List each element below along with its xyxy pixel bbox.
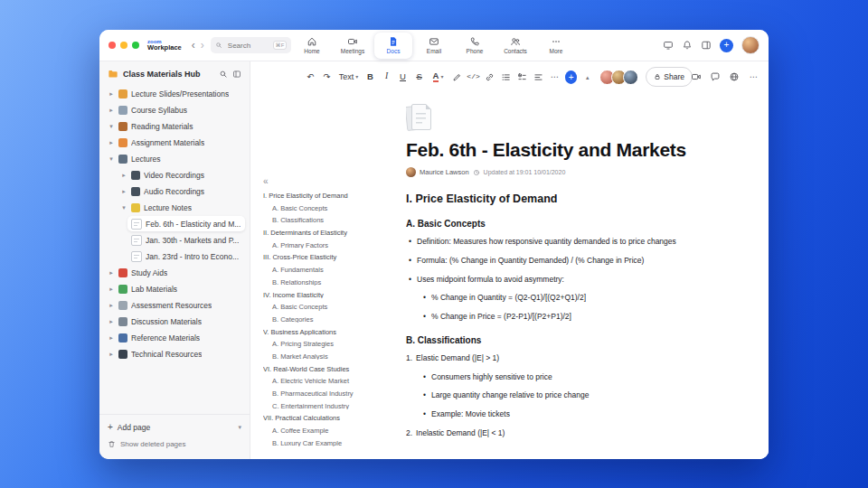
sidebar-item-reading-materials[interactable]: Reading Materials: [104, 118, 245, 134]
checklist-icon[interactable]: [516, 68, 528, 86]
highlighter-icon[interactable]: [451, 68, 463, 86]
bullet-item[interactable]: % Change in Quantity = (Q2-Q1)/[(Q2+Q1)/…: [420, 294, 768, 303]
global-search[interactable]: ⌘F: [211, 37, 292, 53]
chevron-down-icon[interactable]: [108, 123, 115, 130]
bullet-item[interactable]: Uses midpoint formula to avoid asymmetry…: [406, 276, 768, 285]
tab-more[interactable]: More: [537, 33, 575, 59]
maximize-window-button[interactable]: [132, 42, 139, 49]
tab-email[interactable]: Email: [415, 33, 453, 59]
outline-item[interactable]: IV. Income Elasticity: [263, 292, 401, 299]
bold-button[interactable]: B: [364, 68, 376, 86]
italic-button[interactable]: I: [381, 68, 392, 86]
sidebar-item-lectures[interactable]: Lectures: [104, 151, 245, 166]
add-page-button[interactable]: + Add page ▾: [108, 419, 241, 436]
chevron-right-icon[interactable]: [108, 286, 115, 293]
sidebar-item-lab-materials[interactable]: Lab Materials: [104, 281, 245, 296]
more-tools-button[interactable]: ⋯: [549, 68, 561, 86]
subsection-heading[interactable]: B. Classifications: [406, 335, 768, 345]
tab-phone[interactable]: Phone: [456, 33, 494, 59]
back-button[interactable]: ‹: [189, 40, 198, 51]
chevron-right-icon[interactable]: [120, 188, 127, 195]
outline-item[interactable]: V. Business Applications: [263, 329, 401, 336]
close-window-button[interactable]: [108, 42, 116, 49]
outline-item[interactable]: B. Pharmaceutical Industry: [263, 390, 401, 398]
outline-item[interactable]: B. Classifications: [263, 217, 401, 224]
outline-item[interactable]: I. Price Elasticity of Demand: [263, 192, 401, 200]
search-input[interactable]: [226, 41, 269, 51]
outline-item[interactable]: A. Electric Vehicle Market: [263, 378, 401, 385]
comments-icon[interactable]: [710, 71, 721, 82]
document-content[interactable]: Feb. 6th - Elasticity and Markets Mauric…: [406, 92, 768, 459]
outline-item[interactable]: VI. Real-World Case Studies: [263, 366, 401, 373]
bullet-item[interactable]: % Change in Price = (P2-P1)/[(P2+P1)/2]: [420, 313, 768, 322]
globe-icon[interactable]: [729, 71, 740, 82]
forward-button[interactable]: ›: [198, 40, 207, 51]
document-title[interactable]: Feb. 6th - Elasticity and Markets: [406, 139, 768, 160]
chevron-right-icon[interactable]: [108, 302, 115, 309]
outline-item[interactable]: B. Relationships: [263, 279, 401, 286]
sidebar-item-audio-recordings[interactable]: Audio Recordings: [117, 183, 245, 199]
text-style-dropdown[interactable]: Text▾: [337, 68, 360, 86]
bullet-item[interactable]: Example: Movie tickets: [420, 410, 768, 419]
outline-item[interactable]: B. Categories: [263, 316, 401, 324]
sidebar-item-video-recordings[interactable]: Video Recordings: [117, 167, 245, 183]
sidebar-item-feb-6th-note[interactable]: Feb. 6th - Elasticity and M...: [127, 216, 245, 231]
sidebar-item-jan-30th-note[interactable]: Jan. 30th - Markets and P...: [127, 232, 245, 248]
chevron-right-icon[interactable]: [108, 90, 115, 98]
outline-item[interactable]: A. Fundamentals: [263, 267, 401, 274]
sidebar-item-technical-resources[interactable]: Technical Resources: [104, 346, 245, 361]
collapse-toolbar-icon[interactable]: ▴: [581, 68, 593, 86]
align-icon[interactable]: [533, 68, 544, 86]
chevron-right-icon[interactable]: [108, 107, 115, 114]
bullet-item[interactable]: Definition: Measures how responsive quan…: [406, 238, 768, 247]
outline-item[interactable]: A. Basic Concepts: [263, 304, 401, 311]
chevron-down-icon[interactable]: [120, 204, 127, 211]
more-actions-button[interactable]: ⋯: [748, 68, 760, 86]
sidebar-item-lecture-notes[interactable]: Lecture Notes: [117, 200, 245, 215]
tab-docs[interactable]: Docs: [374, 33, 412, 59]
outline-item[interactable]: B. Luxury Car Example: [263, 440, 401, 447]
outline-item[interactable]: II. Determinants of Elasticity: [263, 230, 401, 237]
show-deleted-pages-button[interactable]: Show deleted pages: [108, 436, 241, 452]
sidebar-item-reference-materials[interactable]: Reference Materials: [104, 330, 245, 345]
redo-button[interactable]: ↷: [321, 68, 333, 86]
text-color-dropdown[interactable]: A▾: [429, 68, 447, 86]
section-heading[interactable]: I. Price Elasticity of Demand: [406, 192, 768, 205]
chevron-right-icon[interactable]: [120, 172, 127, 179]
tab-meetings[interactable]: Meetings: [334, 33, 372, 59]
outline-item[interactable]: A. Pricing Strategies: [263, 341, 401, 348]
bullet-item[interactable]: Large quantity change relative to price …: [420, 391, 768, 400]
chevron-down-icon[interactable]: [108, 155, 115, 163]
screen-share-icon[interactable]: [663, 40, 674, 51]
outline-item[interactable]: VII. Practical Calculations: [263, 415, 401, 422]
tab-home[interactable]: Home: [293, 33, 331, 59]
minimize-window-button[interactable]: [120, 42, 127, 49]
chevron-down-icon[interactable]: ▾: [238, 424, 241, 431]
outline-item[interactable]: C. Entertainment Industry: [263, 403, 401, 410]
sidebar-search-icon[interactable]: [219, 70, 228, 79]
video-call-icon[interactable]: [691, 71, 702, 82]
code-button[interactable]: </>: [467, 68, 479, 86]
notifications-bell-icon[interactable]: [682, 40, 693, 51]
user-avatar[interactable]: [741, 36, 760, 54]
sidebar-item-discussion-materials[interactable]: Discussion Materials: [104, 314, 245, 329]
bullet-item[interactable]: Formula: (% Change in Quantity Demanded)…: [406, 257, 768, 266]
collapse-sidebar-icon[interactable]: [232, 70, 241, 79]
collaborator-avatars[interactable]: [599, 70, 638, 85]
numbered-item[interactable]: 2. Inelastic Demand (|E| < 1): [406, 429, 768, 438]
underline-button[interactable]: U: [397, 68, 409, 86]
link-icon[interactable]: [484, 68, 495, 86]
outline-item[interactable]: A. Basic Concepts: [263, 205, 401, 212]
sidebar-item-lecture-slides[interactable]: Lecture Slides/Presentations: [104, 86, 245, 101]
undo-button[interactable]: ↶: [305, 68, 316, 86]
sidebar-item-assignment-materials[interactable]: Assignment Materials: [104, 135, 245, 150]
chevron-right-icon[interactable]: [108, 318, 115, 325]
new-item-button[interactable]: +: [720, 39, 733, 52]
tab-contacts[interactable]: Contacts: [496, 33, 534, 59]
strikethrough-button[interactable]: S: [413, 68, 425, 86]
collapse-outline-icon[interactable]: «: [263, 177, 401, 186]
bullet-item[interactable]: Consumers highly sensitive to price: [420, 373, 768, 382]
chevron-right-icon[interactable]: [108, 139, 115, 146]
chevron-right-icon[interactable]: [108, 334, 115, 342]
subsection-heading[interactable]: A. Basic Concepts: [406, 219, 768, 229]
